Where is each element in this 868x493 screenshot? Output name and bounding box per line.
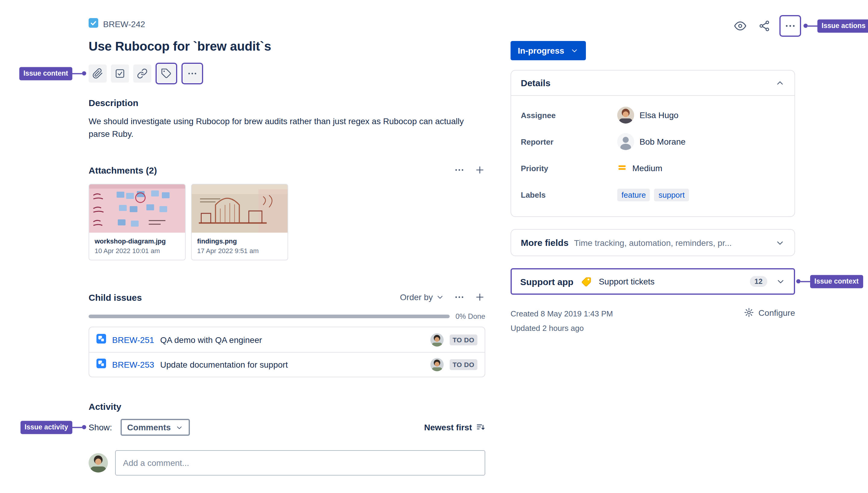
status-button[interactable]: In-progress bbox=[511, 41, 586, 60]
issue-title[interactable]: Use Rubocop for `brew audit`s bbox=[89, 39, 485, 54]
child-issues-progress: 0% Done bbox=[89, 312, 485, 321]
more-quickadd-highlight bbox=[181, 63, 203, 84]
annotation-line bbox=[801, 281, 810, 282]
assignee-field: Assignee Elsa Hugo bbox=[521, 102, 785, 128]
status-badge[interactable]: TO DO bbox=[450, 359, 477, 370]
attachments-heading: Attachments (2) bbox=[89, 165, 157, 175]
annotation-issue-actions: Issue actions bbox=[803, 20, 868, 33]
plus-icon bbox=[474, 165, 485, 175]
sort-label: Newest first bbox=[424, 423, 472, 432]
child-assignee-avatar[interactable] bbox=[430, 358, 443, 371]
task-type-icon[interactable] bbox=[89, 18, 98, 30]
labels-label: Labels bbox=[521, 190, 617, 199]
attachments-add-button[interactable] bbox=[474, 165, 485, 175]
annotation-dot bbox=[82, 425, 86, 429]
attachment-card[interactable]: findings.png 17 Apr 2022 9:51 am bbox=[191, 184, 288, 260]
assignee-avatar bbox=[617, 107, 634, 124]
annotation-issue-content: Issue content bbox=[19, 67, 86, 80]
filter-value: Comments bbox=[127, 423, 171, 432]
gear-icon bbox=[744, 307, 754, 318]
annotation-dot bbox=[82, 71, 86, 76]
chevron-down-icon bbox=[176, 423, 183, 431]
annotation-label: Issue content bbox=[19, 67, 72, 80]
annotation-dot bbox=[803, 24, 808, 28]
annotation-label: Issue actions bbox=[817, 20, 868, 33]
details-panel: Details Assignee Elsa Hugo Reporter bbox=[511, 70, 795, 217]
child-issue-key-link[interactable]: BREW-251 bbox=[112, 335, 154, 344]
attachment-caption: findings.png 17 Apr 2022 9:51 am bbox=[192, 233, 287, 260]
annotation-line bbox=[808, 25, 817, 26]
priority-label: Priority bbox=[521, 164, 617, 173]
ellipsis-icon bbox=[454, 292, 465, 303]
description-text[interactable]: We should investigate using Rubocop for … bbox=[89, 115, 479, 141]
chevron-up-icon bbox=[775, 78, 785, 88]
status-label: In-progress bbox=[518, 46, 564, 56]
label-chip[interactable]: feature bbox=[617, 188, 650, 201]
child-issue-row[interactable]: BREW-253 Update documentation for suppor… bbox=[89, 352, 485, 377]
order-by-button[interactable]: Order by bbox=[400, 292, 444, 302]
current-user-avatar bbox=[89, 453, 108, 472]
sort-order-button[interactable]: Newest first bbox=[424, 423, 485, 432]
details-panel-body: Assignee Elsa Hugo Reporter Bob M bbox=[511, 96, 795, 216]
show-label: Show: bbox=[89, 423, 112, 432]
attachment-card[interactable]: workshop-diagram.jpg 10 Apr 2022 10:01 a… bbox=[89, 184, 186, 260]
reporter-avatar bbox=[617, 133, 634, 150]
reporter-value[interactable]: Bob Morane bbox=[617, 133, 686, 150]
link-icon bbox=[137, 68, 148, 79]
child-issue-summary[interactable]: Update documentation for support bbox=[160, 360, 425, 369]
add-child-issue-button[interactable] bbox=[111, 64, 129, 83]
comment-input[interactable] bbox=[115, 450, 485, 475]
priority-name: Medium bbox=[632, 163, 663, 173]
status-badge[interactable]: TO DO bbox=[450, 334, 477, 345]
support-app-panel[interactable]: Support app Support tickets 12 Issue con… bbox=[511, 268, 795, 295]
subtask-type-icon bbox=[96, 334, 106, 346]
attachment-list: workshop-diagram.jpg 10 Apr 2022 10:01 a… bbox=[89, 184, 485, 260]
child-issue-key-link[interactable]: BREW-253 bbox=[112, 360, 154, 369]
child-issues-add-button[interactable] bbox=[474, 292, 485, 303]
more-fields-summary: Time tracking, automation, reminders, pr… bbox=[574, 238, 770, 248]
add-label-button[interactable] bbox=[157, 64, 175, 83]
comments-filter-button[interactable]: Comments bbox=[121, 419, 190, 436]
more-fields-heading: More fields bbox=[521, 237, 568, 248]
issue-key-link[interactable]: BREW-242 bbox=[103, 19, 145, 29]
annotation-label: Issue activity bbox=[21, 421, 72, 434]
attachment-thumbnail-whiteboard bbox=[89, 185, 185, 233]
child-issue-row[interactable]: BREW-251 QA demo with QA engineer TO DO bbox=[89, 327, 485, 352]
labels-value: feature support bbox=[617, 188, 689, 201]
chevron-down-icon bbox=[776, 277, 785, 286]
order-by-label: Order by bbox=[400, 292, 433, 302]
child-issue-summary[interactable]: QA demo with QA engineer bbox=[160, 335, 425, 344]
annotation-label: Issue context bbox=[810, 275, 863, 288]
plus-icon bbox=[474, 292, 485, 303]
assignee-value[interactable]: Elsa Hugo bbox=[617, 107, 678, 124]
attachment-caption: workshop-diagram.jpg 10 Apr 2022 10:01 a… bbox=[89, 233, 185, 260]
paperclip-icon bbox=[92, 68, 103, 79]
more-fields-panel[interactable]: More fields Time tracking, automation, r… bbox=[511, 229, 795, 256]
checkbox-check-icon bbox=[114, 68, 125, 79]
quickadd-more-button[interactable] bbox=[183, 64, 201, 83]
configure-label: Configure bbox=[759, 308, 795, 317]
labels-field: Labels feature support bbox=[521, 181, 785, 208]
add-comment-row bbox=[89, 450, 485, 475]
child-assignee-avatar[interactable] bbox=[430, 333, 443, 346]
child-issues-heading: Child issues bbox=[89, 292, 142, 302]
description-heading: Description bbox=[89, 98, 485, 108]
child-issues-more-button[interactable] bbox=[454, 292, 465, 303]
link-issue-button[interactable] bbox=[133, 64, 151, 83]
priority-value[interactable]: Medium bbox=[617, 163, 663, 174]
breadcrumb: BREW-242 bbox=[89, 18, 485, 30]
attachments-more-button[interactable] bbox=[454, 165, 465, 175]
attachments-header: Attachments (2) bbox=[89, 165, 485, 175]
details-panel-header[interactable]: Details bbox=[511, 70, 795, 96]
issue-content-column: BREW-242 Use Rubocop for `brew audit`s bbox=[89, 15, 485, 475]
label-chip[interactable]: support bbox=[654, 188, 689, 201]
ellipsis-icon bbox=[187, 68, 198, 79]
tag-icon bbox=[161, 68, 172, 79]
progress-label: 0% Done bbox=[455, 312, 485, 321]
issue-meta: Created 8 May 2019 1:43 PM Updated 2 hou… bbox=[511, 309, 795, 333]
support-app-icon bbox=[581, 275, 593, 287]
configure-button[interactable]: Configure bbox=[744, 307, 795, 318]
chevron-down-icon bbox=[775, 238, 785, 248]
priority-field: Priority Medium bbox=[521, 155, 785, 181]
attach-button[interactable] bbox=[89, 64, 107, 83]
